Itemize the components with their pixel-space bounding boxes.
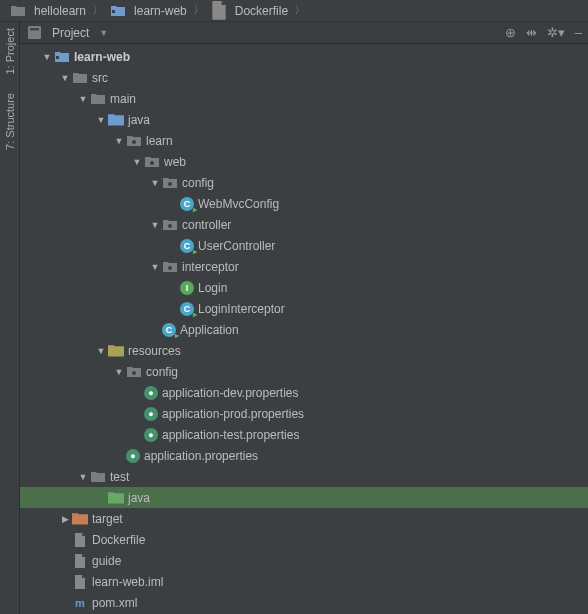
- select-opened-file-icon[interactable]: ⊕: [505, 25, 516, 40]
- svg-point-6: [168, 182, 172, 186]
- tree-item[interactable]: ▼●application.properties: [20, 445, 588, 466]
- folder-icon: [90, 469, 106, 485]
- package-icon: [162, 217, 178, 233]
- tree-item[interactable]: ▼config: [20, 172, 588, 193]
- hide-icon[interactable]: –: [575, 25, 582, 40]
- tree-item[interactable]: ▼●application-prod.properties: [20, 403, 588, 424]
- tree-item[interactable]: ▼learn: [20, 130, 588, 151]
- module-icon: [110, 3, 126, 19]
- file-icon: [72, 532, 88, 548]
- tree-item-label: pom.xml: [92, 596, 137, 610]
- gear-icon[interactable]: ✲▾: [547, 25, 565, 40]
- project-icon: [26, 25, 42, 41]
- chevron-down-icon[interactable]: ▼: [130, 157, 144, 167]
- chevron-right-icon: 〉: [292, 2, 308, 19]
- tree-item-label: controller: [182, 218, 231, 232]
- properties-icon: ●: [144, 386, 158, 400]
- svg-point-8: [168, 266, 172, 270]
- tree-item[interactable]: ▼Dockerfile: [20, 529, 588, 550]
- class-icon: C: [180, 239, 194, 253]
- properties-icon: ●: [144, 407, 158, 421]
- tree-item[interactable]: ▼src: [20, 67, 588, 88]
- test-folder-icon: [108, 490, 124, 506]
- breadcrumb-item[interactable]: learn-web: [106, 3, 191, 19]
- breadcrumb-item[interactable]: hellolearn: [6, 3, 90, 19]
- chevron-down-icon[interactable]: ▼: [148, 262, 162, 272]
- tree-item-label: learn-web.iml: [92, 575, 163, 589]
- tree-item-label: config: [182, 176, 214, 190]
- package-icon: [126, 364, 142, 380]
- project-tree[interactable]: ▼learn-web▼src▼main▼java▼learn▼web▼confi…: [20, 44, 588, 614]
- tree-item-label: test: [110, 470, 129, 484]
- tree-item[interactable]: ▶target: [20, 508, 588, 529]
- tree-item[interactable]: ▼●application-test.properties: [20, 424, 588, 445]
- chevron-down-icon[interactable]: ▼: [76, 472, 90, 482]
- breadcrumb-item[interactable]: Dockerfile: [207, 3, 292, 19]
- properties-icon: ●: [126, 449, 140, 463]
- tool-window-title: Project: [52, 26, 89, 40]
- file-icon: [211, 3, 227, 19]
- tree-item[interactable]: ▼ILogin: [20, 277, 588, 298]
- chevron-down-icon[interactable]: ▼: [76, 94, 90, 104]
- class-icon: C: [180, 197, 194, 211]
- tree-item-label: Application: [180, 323, 239, 337]
- tree-item-label: application-prod.properties: [162, 407, 304, 421]
- tree-item[interactable]: ▼test: [20, 466, 588, 487]
- tree-item-label: application-dev.properties: [162, 386, 299, 400]
- tree-item-label: src: [92, 71, 108, 85]
- tree-item[interactable]: ▼CLoginInterceptor: [20, 298, 588, 319]
- sidebar-tab-structure[interactable]: 7: Structure: [4, 93, 16, 150]
- svg-rect-1: [28, 26, 41, 39]
- folder-icon: [90, 91, 106, 107]
- package-icon: [144, 154, 160, 170]
- tree-item[interactable]: ▼web: [20, 151, 588, 172]
- tree-item[interactable]: ▼controller: [20, 214, 588, 235]
- tree-item[interactable]: ▼CWebMvcConfig: [20, 193, 588, 214]
- class-icon: C: [162, 323, 176, 337]
- resources-folder-icon: [108, 343, 124, 359]
- folder-icon: [10, 3, 26, 19]
- chevron-down-icon[interactable]: ▼: [94, 115, 108, 125]
- class-icon: C: [180, 302, 194, 316]
- tree-item-label: Login: [198, 281, 227, 295]
- maven-icon: m: [72, 595, 88, 611]
- tree-item[interactable]: ▼CUserController: [20, 235, 588, 256]
- file-icon: [72, 553, 88, 569]
- svg-point-7: [168, 224, 172, 228]
- tree-item[interactable]: ▼CApplication: [20, 319, 588, 340]
- chevron-down-icon[interactable]: ▼: [40, 52, 54, 62]
- tree-item[interactable]: ▼guide: [20, 550, 588, 571]
- tree-item-label: WebMvcConfig: [198, 197, 279, 211]
- collapse-all-icon[interactable]: ⇹: [526, 25, 537, 40]
- tree-item[interactable]: ▼java: [20, 109, 588, 130]
- sidebar-tab-label: 1: Project: [4, 28, 16, 75]
- chevron-down-icon[interactable]: ▼: [94, 346, 108, 356]
- tree-item-label: application-test.properties: [162, 428, 299, 442]
- tree-item-label: web: [164, 155, 186, 169]
- chevron-down-icon[interactable]: ▼: [99, 28, 108, 38]
- sidebar-tab-project[interactable]: 1: Project: [4, 28, 16, 75]
- chevron-right-icon[interactable]: ▶: [58, 514, 72, 524]
- tree-item[interactable]: ▼interceptor: [20, 256, 588, 277]
- tree-item[interactable]: ▼java: [20, 487, 588, 508]
- tree-item[interactable]: ▼●application-dev.properties: [20, 382, 588, 403]
- tree-item[interactable]: ▼config: [20, 361, 588, 382]
- target-folder-icon: [72, 511, 88, 527]
- chevron-down-icon[interactable]: ▼: [112, 367, 126, 377]
- breadcrumb-label: learn-web: [134, 4, 187, 18]
- tree-item[interactable]: ▼mpom.xml: [20, 592, 588, 613]
- chevron-down-icon[interactable]: ▼: [58, 73, 72, 83]
- tree-item[interactable]: ▼resources: [20, 340, 588, 361]
- svg-rect-2: [30, 28, 39, 30]
- tree-item-label: java: [128, 113, 150, 127]
- chevron-down-icon[interactable]: ▼: [112, 136, 126, 146]
- tree-item-label: config: [146, 365, 178, 379]
- tree-item-label: java: [128, 491, 150, 505]
- interface-icon: I: [180, 281, 194, 295]
- package-icon: [162, 175, 178, 191]
- chevron-down-icon[interactable]: ▼: [148, 220, 162, 230]
- tree-item[interactable]: ▼learn-web.iml: [20, 571, 588, 592]
- tree-item[interactable]: ▼learn-web: [20, 46, 588, 67]
- chevron-down-icon[interactable]: ▼: [148, 178, 162, 188]
- tree-item[interactable]: ▼main: [20, 88, 588, 109]
